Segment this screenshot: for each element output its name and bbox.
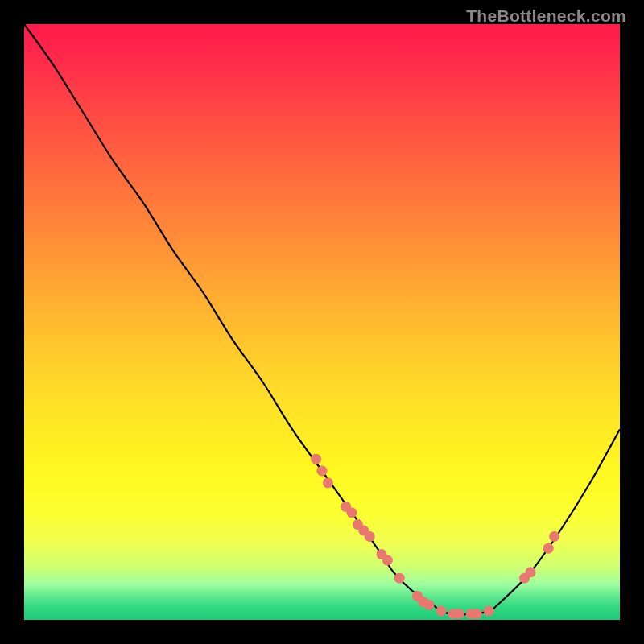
bottleneck-curve-line	[24, 24, 620, 614]
marker-point	[311, 454, 321, 464]
plot-area	[24, 24, 620, 620]
marker-point	[436, 605, 447, 616]
marker-point	[472, 609, 482, 619]
watermark-text: TheBottleneck.com	[466, 6, 626, 26]
chart-container: TheBottleneck.com	[0, 0, 644, 644]
marker-point	[394, 573, 405, 584]
curve-svg	[24, 24, 620, 620]
marker-point	[549, 531, 559, 542]
marker-point	[317, 466, 328, 477]
marker-point	[347, 507, 357, 518]
marker-point	[526, 567, 536, 577]
marker-point	[484, 605, 494, 616]
marker-points	[311, 454, 559, 619]
marker-point	[543, 543, 554, 554]
marker-point	[365, 531, 375, 542]
marker-point	[454, 609, 464, 619]
marker-point	[424, 600, 435, 610]
marker-point	[323, 477, 333, 488]
marker-point	[382, 555, 393, 566]
